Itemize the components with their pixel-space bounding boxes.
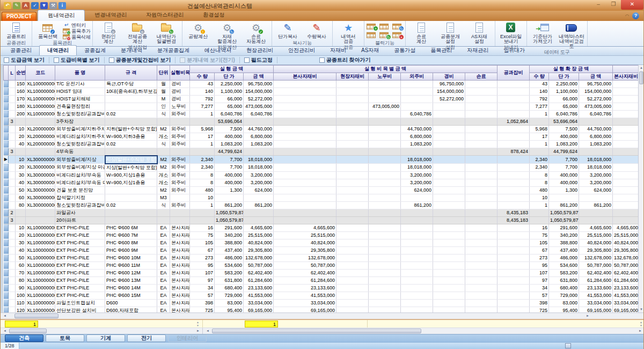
cell[interactable]: 40,824,000 bbox=[274, 239, 336, 246]
row-indicator[interactable] bbox=[4, 111, 9, 118]
view-tab-내역관리[interactable]: 내역관리 bbox=[39, 45, 77, 55]
cell[interactable] bbox=[497, 103, 530, 111]
group-header-실 행 비 목 별 금 액[interactable]: 실 행 비 목 별 금 액 bbox=[274, 66, 497, 73]
ribbon-button-수량복사[interactable]: ✎수량복사 bbox=[303, 21, 331, 39]
cell[interactable] bbox=[274, 201, 336, 209]
cell[interactable] bbox=[497, 126, 530, 133]
cell[interactable]: 95 bbox=[190, 261, 215, 269]
cell[interactable]: 273 bbox=[190, 254, 215, 261]
ribbon-collapse-icon[interactable]: ◠ bbox=[625, 13, 629, 18]
cell[interactable]: 61,284,600 bbox=[244, 277, 274, 284]
cell[interactable]: HOIST설치해체 bbox=[55, 96, 105, 103]
cell[interactable] bbox=[433, 224, 465, 231]
cell[interactable] bbox=[497, 164, 530, 172]
cell[interactable]: 107 bbox=[530, 269, 549, 277]
cell[interactable]: 18,018,000 bbox=[244, 164, 274, 172]
cell[interactable]: 33,034,000 bbox=[244, 299, 274, 307]
ribbon-tab-변경내역관리[interactable]: 변경내역관리 bbox=[85, 10, 136, 21]
cell[interactable] bbox=[497, 224, 530, 231]
cell[interactable] bbox=[465, 81, 497, 88]
cell[interactable] bbox=[465, 118, 497, 126]
cell[interactable]: 4,665,600 bbox=[613, 224, 640, 231]
cell[interactable]: EA bbox=[157, 224, 170, 231]
cell[interactable]: 1,083,200 bbox=[549, 141, 579, 148]
cell[interactable]: 20 bbox=[16, 133, 26, 141]
cell[interactable]: 62,402,400 bbox=[244, 269, 274, 277]
help-icon[interactable]: ? bbox=[632, 12, 639, 19]
cell[interactable] bbox=[401, 246, 433, 254]
cell[interactable]: 480 bbox=[190, 186, 215, 194]
cell[interactable] bbox=[26, 148, 55, 156]
brush-icon[interactable]: ✎ bbox=[13, 2, 20, 9]
cell[interactable]: M2 bbox=[157, 156, 170, 164]
cell[interactable]: 60 bbox=[16, 261, 26, 269]
ribbon-button-내역단가일괄변경[interactable]: ↻내역단가 일괄변경 bbox=[152, 21, 180, 44]
cell[interactable]: 20 bbox=[16, 164, 26, 172]
cell[interactable]: 40,824,000 bbox=[244, 239, 274, 246]
cell[interactable]: 8 bbox=[530, 171, 549, 179]
cell[interactable]: PHC Φ600 12M bbox=[105, 269, 157, 277]
cell[interactable]: 1,083,200 bbox=[244, 141, 274, 148]
cell[interactable] bbox=[401, 96, 433, 103]
column-header-코드[interactable]: 코드 bbox=[26, 66, 55, 81]
cell[interactable]: PHC Φ600 7M bbox=[105, 231, 157, 239]
cell[interactable] bbox=[530, 148, 549, 156]
cell[interactable] bbox=[170, 118, 190, 126]
cell[interactable] bbox=[497, 201, 530, 209]
cell[interactable] bbox=[433, 118, 465, 126]
cell[interactable]: 62,402,400 bbox=[274, 269, 336, 277]
cell[interactable]: 43 bbox=[190, 81, 215, 88]
cell[interactable]: 50,787,000 bbox=[579, 261, 613, 269]
cell[interactable] bbox=[9, 277, 16, 284]
cell[interactable] bbox=[497, 133, 530, 141]
cell[interactable] bbox=[579, 209, 613, 216]
cell[interactable]: XL10000000000019 bbox=[26, 103, 55, 111]
cell[interactable]: 2 bbox=[9, 209, 16, 216]
summary-cell-left[interactable]: 1 bbox=[5, 321, 38, 328]
ribbon-button-공량계산[interactable]: ⚙!공량계산 bbox=[184, 21, 212, 39]
cell[interactable] bbox=[369, 292, 401, 299]
cell[interactable]: 57 bbox=[190, 292, 215, 299]
cell[interactable]: 7,700 bbox=[549, 164, 579, 172]
cell[interactable]: 1,050,579,871 bbox=[549, 216, 579, 224]
cell[interactable]: 34 bbox=[530, 284, 549, 292]
cell[interactable]: EXT PHC-PILE bbox=[55, 277, 105, 284]
cell[interactable]: 3 bbox=[9, 216, 16, 224]
cell[interactable]: 34 bbox=[190, 284, 215, 292]
scroll-up-icon[interactable]: ▲ bbox=[639, 65, 644, 71]
cell[interactable]: PHC Φ600 8M bbox=[105, 239, 157, 246]
row-indicator[interactable] bbox=[4, 277, 9, 284]
filter-checkbox-필드고정[interactable]: 필드고정 bbox=[244, 56, 273, 64]
cell[interactable]: 경비 bbox=[170, 81, 190, 88]
cell[interactable] bbox=[465, 239, 497, 246]
cell[interactable] bbox=[9, 133, 16, 141]
cell[interactable] bbox=[465, 126, 497, 133]
row-indicator[interactable] bbox=[4, 88, 9, 96]
cell[interactable] bbox=[497, 254, 530, 261]
cell[interactable]: 861,200 bbox=[401, 201, 433, 209]
cell[interactable]: 4,665,600 bbox=[274, 224, 336, 231]
cell[interactable] bbox=[369, 261, 401, 269]
cell[interactable]: W=900,지하3층용 bbox=[105, 133, 157, 141]
cell[interactable] bbox=[336, 299, 369, 307]
cell[interactable] bbox=[9, 186, 16, 194]
cell[interactable]: 7,500 bbox=[549, 126, 579, 133]
cell[interactable] bbox=[105, 96, 157, 103]
row-indicator[interactable] bbox=[4, 231, 9, 239]
cell[interactable]: 33,034,000 bbox=[274, 299, 336, 307]
row-indicator[interactable] bbox=[4, 224, 9, 231]
cell[interactable]: M2 bbox=[157, 164, 170, 172]
cell[interactable] bbox=[497, 246, 530, 254]
ribbon-tab-환경설정[interactable]: 환경설정 bbox=[193, 10, 234, 21]
cell[interactable] bbox=[274, 179, 336, 186]
ribbon-button-손료자동계산[interactable]: ⚙✓손료 자동계산 bbox=[242, 21, 270, 44]
cell[interactable] bbox=[465, 148, 497, 156]
view-tab-분개내역[interactable]: 분개내역 bbox=[113, 46, 150, 55]
cell[interactable] bbox=[336, 96, 369, 103]
row-indicator[interactable] bbox=[4, 126, 9, 133]
cell[interactable] bbox=[244, 148, 274, 156]
cell[interactable]: 1,052,864 bbox=[497, 118, 530, 126]
view-tab-현장관리비[interactable]: 현장관리비 bbox=[239, 46, 281, 55]
cell[interactable]: 150 bbox=[16, 81, 26, 88]
cell[interactable]: 105 bbox=[530, 239, 549, 246]
